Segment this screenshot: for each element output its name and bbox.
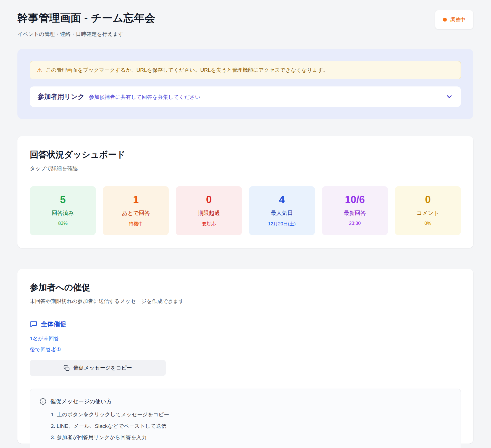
participant-link-accordion[interactable]: 参加者用リンク 参加候補者に共有して回答を募集してください [30, 86, 461, 107]
group-reminder-header: 全体催促 [30, 320, 461, 328]
stat-value: 5 [32, 194, 94, 205]
copy-icon [64, 365, 70, 371]
help-step: 上のボタンをクリックしてメッセージをコピー [57, 411, 451, 418]
help-steps-list: 上のボタンをクリックしてメッセージをコピー LINE、メール、Slackなどでペ… [57, 411, 451, 441]
stat-value: 10/6 [324, 194, 386, 205]
stat-card-latest-response[interactable]: 10/6 最新回答 23:30 [322, 186, 388, 235]
dashboard-subtitle: タップで詳細を確認 [30, 165, 461, 172]
status-label: 調整中 [450, 16, 465, 23]
participant-link-header: 参加者用リンク 参加候補者に共有して回答を募集してください [38, 92, 200, 101]
dashboard-title: 回答状況ダッシュボード [30, 149, 461, 160]
stat-label: 期限超過 [178, 209, 240, 217]
warning-text: この管理画面をブックマークするか、URLを保存してください。URLを失うと管理機… [46, 67, 328, 74]
stat-sub: 待機中 [105, 221, 167, 227]
reminder-subtitle: 未回答や期限切れの参加者に送信するメッセージを作成できます [30, 298, 461, 305]
stat-value: 1 [105, 194, 167, 205]
participant-link-panel: ⚠ この管理画面をブックマークするか、URLを保存してください。URLを失うと管… [17, 49, 473, 119]
answer-later-link[interactable]: 後で回答者① [30, 346, 61, 353]
group-reminder-title: 全体催促 [41, 320, 66, 328]
copy-button-label: 催促メッセージをコピー [73, 364, 132, 371]
info-icon [40, 398, 46, 405]
bookmark-warning-banner: ⚠ この管理画面をブックマークするか、URLを保存してください。URLを失うと管… [30, 61, 461, 79]
header-text: 幹事管理画面 - チーム忘年会 イベントの管理・連絡・日時確定を行えます [17, 8, 155, 38]
reminder-title: 参加者への催促 [30, 282, 461, 293]
chat-bubble-icon [30, 320, 37, 328]
stat-label: コメント [397, 209, 459, 217]
dashboard-divider [30, 179, 461, 179]
unanswered-count-link[interactable]: 1名が未回答 [30, 335, 59, 342]
page-header: 幹事管理画面 - チーム忘年会 イベントの管理・連絡・日時確定を行えます 調整中 [17, 8, 473, 38]
stat-card-answered[interactable]: 5 回答済み 83% [30, 186, 96, 235]
stat-label: 回答済み [32, 209, 94, 217]
stat-card-overdue[interactable]: 0 期限超過 要対応 [176, 186, 242, 235]
stat-label: あとで回答 [105, 209, 167, 217]
status-dot-icon [443, 18, 447, 22]
stat-label: 最新回答 [324, 209, 386, 217]
participant-link-desc: 参加候補者に共有して回答を募集してください [89, 94, 200, 101]
help-header: 催促メッセージの使い方 [40, 398, 451, 405]
stat-sub: 0% [397, 221, 459, 226]
response-dashboard-panel: 回答状況ダッシュボード タップで詳細を確認 5 回答済み 83% 1 あとで回答… [17, 136, 473, 248]
status-badge: 調整中 [435, 10, 473, 29]
warning-triangle-icon: ⚠ [37, 67, 42, 73]
stat-sub: 要対応 [178, 221, 240, 227]
stat-card-answer-later[interactable]: 1 あとで回答 待機中 [103, 186, 169, 235]
copy-reminder-message-button[interactable]: 催促メッセージをコピー [30, 360, 166, 376]
participant-link-title: 参加者用リンク [38, 92, 85, 101]
page-subtitle: イベントの管理・連絡・日時確定を行えます [17, 31, 155, 38]
stat-sub: 23:30 [324, 221, 386, 226]
stat-card-popular-date[interactable]: 4 最人気日 12月20日(土) [249, 186, 315, 235]
stat-value: 4 [251, 194, 313, 205]
help-step: LINE、メール、Slackなどでペーストして送信 [57, 422, 451, 430]
stat-label: 最人気日 [251, 209, 313, 217]
chevron-down-icon[interactable] [445, 93, 453, 101]
organizer-admin-page: 幹事管理画面 - チーム忘年会 イベントの管理・連絡・日時確定を行えます 調整中… [0, 0, 491, 448]
help-title: 催促メッセージの使い方 [50, 398, 112, 405]
reminder-panel: 参加者への催促 未回答や期限切れの参加者に送信するメッセージを作成できます 全体… [17, 269, 473, 444]
stat-value: 0 [178, 194, 240, 205]
stat-value: 0 [397, 194, 459, 205]
stat-sub: 12月20日(土) [251, 221, 313, 227]
stat-sub: 83% [32, 221, 94, 226]
reminder-help-box: 催促メッセージの使い方 上のボタンをクリックしてメッセージをコピー LINE、メ… [30, 389, 461, 448]
help-step: 参加者が回答用リンクから回答を入力 [57, 434, 451, 441]
stat-card-grid: 5 回答済み 83% 1 あとで回答 待機中 0 期限超過 要対応 4 最人気日… [30, 186, 461, 235]
page-title: 幹事管理画面 - チーム忘年会 [17, 11, 155, 25]
stat-card-comments[interactable]: 0 コメント 0% [395, 186, 461, 235]
